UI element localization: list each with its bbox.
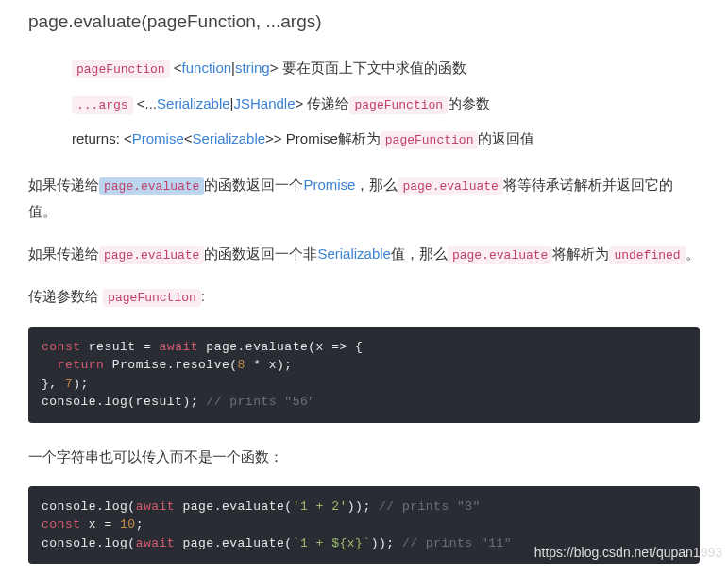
text: 将解析为 (552, 245, 609, 262)
paragraph: 一个字符串也可以传入而不是一个函数： (28, 444, 700, 469)
bracket-close: > (296, 95, 308, 111)
inline-code: page.evaluate (99, 246, 204, 264)
token-ident: Promise.resolve( (104, 358, 237, 372)
token-punct (42, 358, 58, 372)
param-desc: 传递给 (307, 95, 349, 111)
bracket-close: > (270, 59, 282, 76)
token-ident: page.evaluate( (175, 499, 293, 514)
param-desc: 要在页面上下文中求值的函数 (282, 59, 466, 76)
token-ident: }, (42, 377, 65, 391)
code-block: console.log(await page.evaluate('1 + 2')… (28, 486, 700, 565)
param-item: pageFunction <function|string> 要在页面上下文中求… (72, 55, 700, 80)
token-number: 7 (65, 377, 73, 391)
type-link-serializable[interactable]: Serializable (193, 130, 266, 146)
text: 如果传递给 (28, 245, 99, 262)
param-list: pageFunction <function|string> 要在页面上下文中求… (28, 55, 700, 151)
paragraph: 如果传递给page.evaluate的函数返回一个非Serializable值，… (28, 241, 700, 266)
token-ident: console.log(result); (42, 395, 206, 409)
token-keyword: await (136, 536, 176, 550)
type-link-jshandle[interactable]: JSHandle (234, 95, 296, 111)
param-desc: 的参数 (448, 95, 490, 111)
token-ident: result = (81, 340, 160, 354)
type-link-serializable[interactable]: Serializable (157, 95, 230, 111)
link-serializable[interactable]: Serializable (317, 245, 391, 262)
text: 的函数返回一个非 (204, 245, 317, 262)
bracket-open: < (170, 59, 182, 76)
bracket-open: <... (133, 95, 157, 111)
text: 如果传递给 (28, 177, 99, 193)
text: 值，那么 (391, 245, 448, 262)
token-comment: // prints "56" (206, 395, 315, 409)
token-string: '1 + 2' (293, 499, 347, 514)
token-number: 10 (120, 517, 136, 532)
token-ident: )); (347, 499, 379, 514)
inline-code: pageFunction (103, 289, 201, 307)
token-string: `1 + ${x}` (293, 536, 371, 550)
text: : (201, 288, 205, 304)
token-keyword: const (42, 340, 81, 354)
token-ident: page.evaluate(x => { (198, 340, 363, 354)
token-keyword: return (58, 358, 105, 372)
paragraph: 如果传递给page.evaluate的函数返回一个Promise，那么page.… (28, 172, 700, 223)
token-keyword: const (42, 517, 81, 532)
type-link-string[interactable]: string (235, 59, 270, 76)
method-heading: page.evaluate(pageFunction, ...args) (28, 6, 700, 38)
param-item: ...args <...Serializable|JSHandle> 传递给pa… (72, 91, 700, 116)
param-item: returns: <Promise<Serializable>> Promise… (72, 126, 700, 151)
paragraph: 传递参数给 pageFunction: (28, 283, 700, 309)
param-inner-code: pageFunction (381, 131, 479, 149)
token-ident: console.log( (42, 536, 136, 550)
text: 的函数返回一个 (204, 177, 303, 193)
inline-code-highlight: page.evaluate (99, 177, 204, 195)
token-ident: )); (371, 536, 402, 550)
token-ident: ; (136, 517, 144, 532)
code-block: const result = await page.evaluate(x => … (28, 327, 700, 423)
param-desc: Promise解析为 (286, 130, 381, 146)
token-number: 8 (238, 358, 245, 372)
bracket-close: >> (265, 130, 286, 146)
param-code: ...args (72, 96, 133, 114)
lt: < (184, 130, 193, 146)
inline-code: undefined (609, 246, 685, 264)
token-comment: // prints "11" (402, 536, 512, 550)
text: 传递参数给 (28, 288, 103, 304)
param-inner-code: pageFunction (349, 96, 448, 114)
token-ident: console.log( (42, 499, 136, 514)
returns-label: returns: < (72, 130, 132, 146)
token-keyword: await (160, 340, 199, 354)
type-link-function[interactable]: function (182, 59, 232, 76)
token-ident: x = (81, 517, 121, 532)
token-keyword: await (136, 499, 176, 514)
text: 。 (686, 245, 700, 262)
text: ，那么 (355, 177, 398, 193)
token-ident: ); (73, 377, 89, 391)
param-desc: 的返回值 (478, 130, 534, 146)
token-comment: // prints "3" (379, 499, 481, 514)
inline-code: page.evaluate (398, 177, 502, 195)
token-ident: page.evaluate( (175, 536, 293, 550)
param-code: pageFunction (72, 60, 170, 78)
type-link-promise[interactable]: Promise (132, 130, 184, 146)
link-promise[interactable]: Promise (303, 177, 355, 193)
inline-code: page.evaluate (448, 246, 552, 264)
token-ident: * x); (245, 358, 293, 372)
